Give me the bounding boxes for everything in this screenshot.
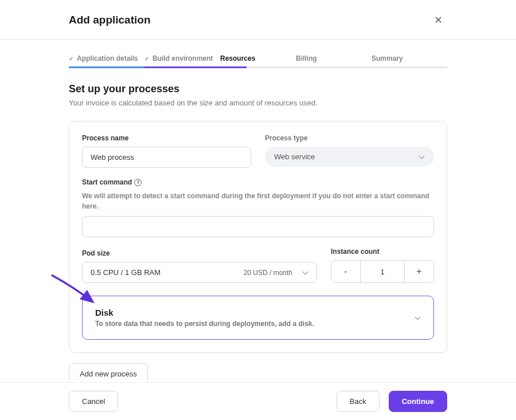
process-type-value: Web service [274,152,315,161]
continue-button[interactable]: Continue [389,391,447,412]
modal-title: Add application [69,14,151,26]
step-label: Resources [220,54,255,62]
track-segment [220,66,247,68]
chevron-down-icon [419,154,425,160]
process-name-input[interactable] [82,147,251,168]
decrement-button[interactable]: - [331,261,360,282]
track-segment [247,66,296,68]
step-label: Summary [372,54,403,62]
add-new-process-button[interactable]: Add new process [69,363,148,384]
process-card: Process name Process type Web service St… [69,121,447,353]
step-label: Billing [296,54,317,62]
process-name-label: Process name [82,134,251,142]
chevron-down-icon [303,270,308,276]
pod-size-price: 20 USD / month [244,269,292,277]
step-label: Application details [77,54,138,62]
section-subtitle: Your invoice is calculated based on the … [69,99,447,107]
pod-size-label: Pod size [82,249,317,257]
close-icon: ✕ [434,14,443,26]
check-icon: ✓ [144,56,149,62]
track-segment [296,66,372,68]
close-button[interactable]: ✕ [429,11,447,29]
disk-title: Disk [95,308,314,317]
back-button[interactable]: Back [337,391,380,412]
pod-size-value: 0.5 CPU / 1 GB RAM [91,268,161,277]
pod-size-select[interactable]: 0.5 CPU / 1 GB RAM 20 USD / month [82,262,317,283]
track-segment [144,66,220,68]
track-segment [372,66,447,68]
footer: Cancel Back Continue [0,382,516,420]
stepper-track [69,66,447,68]
modal-header: Add application ✕ [0,0,516,40]
section-title: Set up your processes [69,83,447,95]
disk-description: To store data that needs to persist duri… [95,320,314,328]
process-type-select[interactable]: Web service [265,147,434,167]
start-command-label: Start command ? [82,178,434,186]
cancel-button[interactable]: Cancel [69,391,118,412]
check-icon: ✓ [69,56,73,62]
help-icon[interactable]: ? [134,179,142,186]
instance-count-value: 1 [360,261,405,282]
track-segment [69,66,144,68]
chevron-down-icon [415,315,421,321]
start-command-hint: We will attempt to detect a start comman… [82,191,434,211]
instance-count-stepper: - 1 + [331,260,434,283]
increment-button[interactable]: + [405,261,433,282]
stepper: ✓ Application details ✓ Build environmen… [69,54,447,68]
process-type-label: Process type [265,134,434,142]
step-label: Build environment [153,54,213,62]
disk-panel[interactable]: Disk To store data that needs to persist… [82,296,434,340]
instance-count-label: Instance count [331,248,434,256]
start-command-input[interactable] [82,216,434,237]
